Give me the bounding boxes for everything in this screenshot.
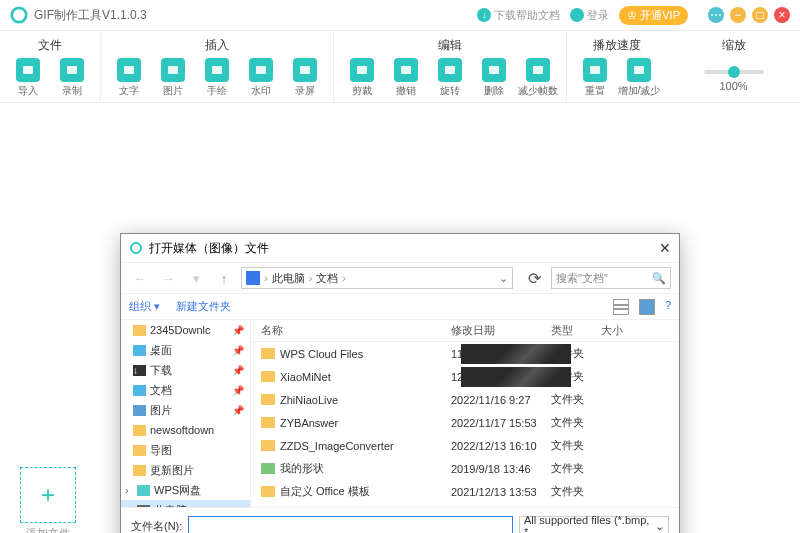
breadcrumb-1[interactable]: 文档 bbox=[316, 271, 338, 286]
new-folder-button[interactable]: 新建文件夹 bbox=[176, 299, 231, 314]
trash-icon bbox=[482, 58, 506, 82]
tool-reset-button[interactable]: 重置 bbox=[577, 58, 613, 98]
file-pane: 名称 修改日期 类型 大小 WPS Cloud Files11/1 21:31文… bbox=[251, 320, 679, 507]
tree-item[interactable]: ›WPS网盘 bbox=[121, 480, 250, 500]
tool-folder-button[interactable]: 导入 bbox=[10, 58, 46, 98]
file-row[interactable]: ZhiNiaoLive2022/11/16 9:27文件夹 bbox=[251, 388, 679, 411]
col-name[interactable]: 名称 bbox=[251, 323, 451, 338]
tool-rec-button[interactable]: 录屏 bbox=[287, 58, 323, 98]
path-bar[interactable]: › 此电脑 › 文档 › ⌄ bbox=[241, 267, 513, 289]
close-app-button[interactable]: × bbox=[774, 7, 790, 23]
workspace: + 添加文件 打开媒体（图像）文件 ✕ ← → ▾ ↑ › 此电脑 › 文档 ›… bbox=[0, 103, 800, 523]
login-link[interactable]: 登录 bbox=[570, 8, 609, 23]
speed-icon bbox=[627, 58, 651, 82]
img-icon bbox=[133, 405, 146, 416]
tree-item[interactable]: ›此电脑 bbox=[121, 500, 250, 507]
col-date[interactable]: 修改日期 bbox=[451, 323, 551, 338]
filename-input[interactable] bbox=[188, 516, 513, 533]
svg-rect-1 bbox=[23, 66, 33, 74]
titlebar: GIF制作工具V1.1.0.3 ↓ 下载帮助文档 登录 ♔ 开通VIP ⋯ − … bbox=[0, 0, 800, 30]
file-row[interactable]: WPS Cloud Files11/1 21:31文件夹 bbox=[251, 342, 679, 365]
tree-item[interactable]: 桌面📌 bbox=[121, 340, 250, 360]
view-detail-icon[interactable] bbox=[639, 299, 655, 315]
redacted-area bbox=[461, 344, 571, 364]
zoom-slider[interactable] bbox=[704, 70, 764, 74]
help-link[interactable]: ↓ 下载帮助文档 bbox=[477, 8, 560, 23]
svg-rect-3 bbox=[124, 66, 134, 74]
file-date: 2022/11/16 9:27 bbox=[451, 394, 551, 406]
tool-label: 录制 bbox=[62, 84, 82, 98]
col-size[interactable]: 大小 bbox=[601, 323, 641, 338]
file-row[interactable]: ZZDS_ImageConverter2022/12/13 16:10文件夹 bbox=[251, 434, 679, 457]
nav-up-button[interactable]: ↑ bbox=[213, 267, 235, 289]
tree-item[interactable]: 导图 bbox=[121, 440, 250, 460]
tree-item[interactable]: ↓下载📌 bbox=[121, 360, 250, 380]
tool-group-header: 播放速度 bbox=[577, 37, 657, 54]
tool-speed-button[interactable]: 增加/减少 bbox=[621, 58, 657, 98]
file-row[interactable]: 我的形状2019/9/18 13:46文件夹 bbox=[251, 457, 679, 480]
organize-button[interactable]: 组织 ▾ bbox=[129, 299, 160, 314]
add-file-label: 添加文件 bbox=[20, 526, 76, 533]
user-icon bbox=[570, 8, 584, 22]
tool-rotate-button[interactable]: 旋转 bbox=[432, 58, 468, 98]
file-date: 2019/9/18 13:46 bbox=[451, 463, 551, 475]
tree-item[interactable]: 图片📌 bbox=[121, 400, 250, 420]
maximize-button[interactable]: □ bbox=[752, 7, 768, 23]
tool-label: 旋转 bbox=[440, 84, 460, 98]
tool-crop-button[interactable]: 剪裁 bbox=[344, 58, 380, 98]
tool-label: 撤销 bbox=[396, 84, 416, 98]
nav-recent-button[interactable]: ▾ bbox=[185, 267, 207, 289]
svg-rect-14 bbox=[634, 66, 644, 74]
rotate-icon bbox=[438, 58, 462, 82]
path-dropdown-icon[interactable]: ⌄ bbox=[499, 272, 508, 285]
file-date: 2022/11/17 15:53 bbox=[451, 417, 551, 429]
minimize-button[interactable]: − bbox=[730, 7, 746, 23]
tool-group: 编辑剪裁撤销旋转删除减少帧数 bbox=[334, 31, 567, 102]
tree-item[interactable]: 文档📌 bbox=[121, 380, 250, 400]
tool-group: 文件导入录制 bbox=[0, 31, 101, 102]
tree-item[interactable]: newsoftdown bbox=[121, 420, 250, 440]
vip-button[interactable]: ♔ 开通VIP bbox=[619, 6, 688, 25]
tree-item-label: 桌面 bbox=[150, 343, 172, 358]
breadcrumb-0[interactable]: 此电脑 bbox=[272, 271, 305, 286]
nav-back-button[interactable]: ← bbox=[129, 267, 151, 289]
search-box[interactable]: 搜索"文档" 🔍 bbox=[551, 267, 671, 289]
dialog-close-button[interactable]: ✕ bbox=[659, 240, 671, 256]
tool-undo-button[interactable]: 撤销 bbox=[388, 58, 424, 98]
file-type: 文件夹 bbox=[551, 438, 601, 453]
file-row[interactable]: XiaoMiNet12/2 15:38文件夹 bbox=[251, 365, 679, 388]
folder-icon bbox=[261, 440, 275, 451]
svg-rect-2 bbox=[67, 66, 77, 74]
file-list[interactable]: WPS Cloud Files11/1 21:31文件夹XiaoMiNet12/… bbox=[251, 342, 679, 503]
tree-item-label: newsoftdown bbox=[150, 424, 214, 436]
col-type[interactable]: 类型 bbox=[551, 323, 601, 338]
download-icon: ↓ bbox=[477, 8, 491, 22]
tool-text-button[interactable]: 文字 bbox=[111, 58, 147, 98]
view-list-icon[interactable] bbox=[613, 299, 629, 315]
nav-forward-button[interactable]: → bbox=[157, 267, 179, 289]
folder-icon bbox=[261, 486, 275, 497]
svg-rect-7 bbox=[300, 66, 310, 74]
tree-item[interactable]: 2345Downlc📌 bbox=[121, 320, 250, 340]
pin-icon: 📌 bbox=[232, 325, 244, 336]
filename-label: 文件名(N): bbox=[131, 519, 182, 534]
file-row[interactable]: ZYBAnswer2022/11/17 15:53文件夹 bbox=[251, 411, 679, 434]
file-filter-dropdown[interactable]: All supported files (*.bmp, *. ⌄ bbox=[519, 516, 669, 533]
pin-icon: 📌 bbox=[232, 385, 244, 396]
settings-button[interactable]: ⋯ bbox=[708, 7, 724, 23]
pin-icon: 📌 bbox=[232, 405, 244, 416]
tool-draw-button[interactable]: 手绘 bbox=[199, 58, 235, 98]
file-row[interactable]: 自定义 Office 模板2021/12/13 13:53文件夹 bbox=[251, 480, 679, 503]
folder-tree[interactable]: 2345Downlc📌桌面📌↓下载📌文档📌图片📌newsoftdown导图更新图… bbox=[121, 320, 251, 507]
add-file-button[interactable]: + bbox=[20, 467, 76, 523]
tool-image-button[interactable]: 图片 bbox=[155, 58, 191, 98]
tool-frames-button[interactable]: 减少帧数 bbox=[520, 58, 556, 98]
tool-camera-button[interactable]: 录制 bbox=[54, 58, 90, 98]
tree-item-label: 文档 bbox=[150, 383, 172, 398]
help-icon[interactable]: ? bbox=[665, 299, 671, 315]
tool-trash-button[interactable]: 删除 bbox=[476, 58, 512, 98]
refresh-button[interactable]: ⟳ bbox=[523, 269, 545, 288]
svg-rect-5 bbox=[212, 66, 222, 74]
tool-water-button[interactable]: 水印 bbox=[243, 58, 279, 98]
tree-item[interactable]: 更新图片 bbox=[121, 460, 250, 480]
